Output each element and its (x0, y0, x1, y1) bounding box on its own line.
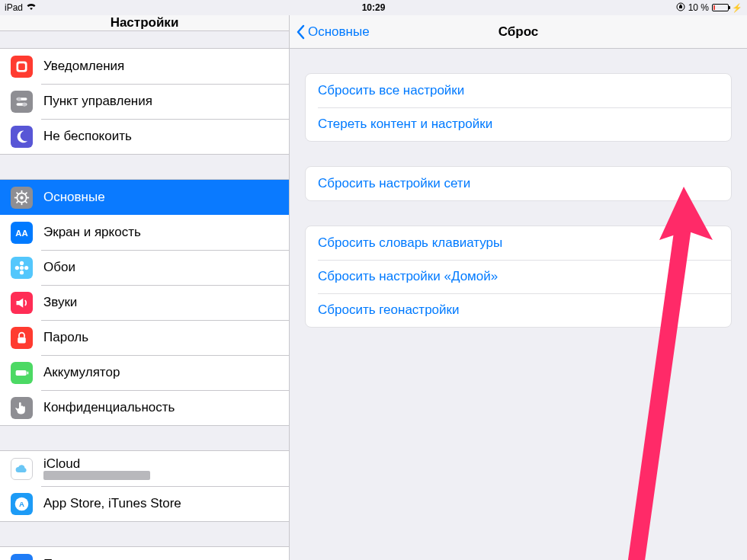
moon-icon (11, 126, 33, 148)
settings-group: Почта, адреса, календари (0, 546, 289, 560)
flower-icon (11, 257, 33, 279)
sidebar-item-wallpaper[interactable]: Обои (0, 250, 289, 285)
orientation-lock-icon (676, 2, 685, 13)
svg-point-20 (20, 270, 24, 274)
chevron-left-icon (296, 24, 305, 40)
settings-group: УведомленияПункт управленияНе беспокоить (0, 48, 289, 155)
battery-icon (11, 362, 33, 384)
detail-title: Сброс (499, 24, 539, 40)
settings-master-title: Настройки (0, 15, 289, 31)
status-right: 10 % ⚡ (676, 2, 742, 13)
reset-option-label: Сбросить настройки сети (318, 176, 731, 191)
sidebar-item-label: iCloud (43, 457, 150, 471)
svg-point-19 (20, 261, 24, 264)
sidebar-item-label: Не беспокоить (43, 129, 289, 144)
sidebar-item-label: Экран и яркость (43, 225, 289, 240)
svg-line-14 (25, 200, 27, 203)
reset-option-label: Сбросить настройки «Домой» (318, 269, 731, 284)
detail-header: Основные Сброс (290, 15, 747, 49)
svg-text:AA: AA (15, 228, 27, 237)
back-label: Основные (308, 24, 370, 40)
svg-point-6 (22, 102, 26, 106)
sidebar-item-label: Звуки (43, 295, 289, 310)
switches-icon (11, 91, 33, 113)
reset-group: Сбросить словарь клавиатурыСбросить наст… (305, 226, 732, 328)
status-bar: iPad 10:29 10 % ⚡ (0, 0, 747, 15)
reset-group: Сбросить все настройкиСтереть контент и … (305, 73, 732, 142)
sidebar-item-label: Уведомления (43, 59, 289, 74)
reset-option-reset-location[interactable]: Сбросить геонастройки (306, 293, 731, 327)
sidebar-item-label: App Store, iTunes Store (43, 496, 289, 511)
battery-percent: 10 % (688, 2, 709, 13)
svg-line-13 (17, 192, 19, 194)
svg-line-15 (17, 200, 19, 203)
hand-icon (11, 397, 33, 419)
svg-text:A: A (19, 500, 24, 508)
sidebar-item-general[interactable]: Основные (0, 180, 289, 215)
sidebar-item-mail[interactable]: Почта, адреса, календари (0, 547, 289, 560)
svg-point-22 (24, 265, 28, 269)
svg-rect-23 (18, 337, 26, 343)
reset-option-label: Стереть контент и настройки (318, 117, 731, 132)
svg-rect-25 (27, 371, 29, 374)
svg-point-5 (17, 97, 21, 101)
reset-option-reset-all[interactable]: Сбросить все настройки (306, 74, 731, 107)
status-time: 10:29 (362, 2, 386, 13)
sidebar-item-display[interactable]: AAЭкран и яркость (0, 215, 289, 250)
lock-icon (11, 327, 33, 349)
reset-option-label: Сбросить все настройки (318, 83, 731, 98)
svg-point-18 (20, 265, 24, 269)
sidebar-item-label: Пункт управления (43, 94, 289, 109)
battery-icon (712, 4, 729, 11)
svg-rect-2 (18, 63, 25, 70)
settings-group: iCloudAApp Store, iTunes Store (0, 450, 289, 522)
reset-option-reset-keyboard[interactable]: Сбросить словарь клавиатуры (306, 226, 731, 260)
reset-option-label: Сбросить геонастройки (318, 302, 731, 318)
sidebar-item-passcode[interactable]: Пароль (0, 320, 289, 355)
aa-icon: AA (11, 222, 33, 244)
settings-group: ОсновныеAAЭкран и яркостьОбоиЗвукиПароль… (0, 179, 289, 426)
reset-option-label: Сбросить словарь клавиатуры (318, 235, 731, 251)
appstore-icon: A (11, 493, 33, 515)
sidebar-item-label: Пароль (43, 330, 289, 345)
sidebar-item-privacy[interactable]: Конфиденциальность (0, 390, 289, 425)
reset-group: Сбросить настройки сети (305, 166, 732, 201)
svg-rect-24 (16, 370, 27, 376)
sidebar-item-dnd[interactable]: Не беспокоить (0, 119, 289, 154)
svg-point-21 (15, 265, 19, 269)
sidebar-item-battery[interactable]: Аккумулятор (0, 355, 289, 390)
back-button[interactable]: Основные (296, 15, 370, 49)
reset-option-reset-network[interactable]: Сбросить настройки сети (306, 167, 731, 200)
wifi-icon (26, 3, 37, 12)
svg-line-16 (25, 192, 27, 194)
sidebar-item-label: Основные (43, 190, 289, 205)
sidebar-item-label: Обои (43, 260, 289, 275)
reset-option-erase-all[interactable]: Стереть контент и настройки (306, 107, 731, 141)
sidebar-item-stores[interactable]: AApp Store, iTunes Store (0, 486, 289, 521)
settings-detail-pane: Основные Сброс Сбросить все настройкиСте… (290, 15, 747, 560)
gear-icon (11, 187, 33, 209)
device-label: iPad (5, 2, 23, 13)
reset-option-reset-home[interactable]: Сбросить настройки «Домой» (306, 260, 731, 293)
sidebar-item-sounds[interactable]: Звуки (0, 285, 289, 320)
svg-point-8 (20, 196, 23, 199)
sidebar-item-label: Аккумулятор (43, 365, 289, 380)
sidebar-item-label: Почта, адреса, календари (43, 557, 289, 560)
sidebar-item-control-center[interactable]: Пункт управления (0, 84, 289, 119)
status-left: iPad (5, 2, 37, 13)
bell-icon (11, 56, 33, 78)
sidebar-item-notifications[interactable]: Уведомления (0, 49, 289, 84)
speaker-icon (11, 292, 33, 314)
settings-master-pane: Настройки УведомленияПункт управленияНе … (0, 15, 290, 560)
sidebar-item-icloud[interactable]: iCloud (0, 451, 289, 486)
mail-icon (11, 554, 33, 561)
charging-icon: ⚡ (732, 3, 742, 13)
cloud-icon (11, 458, 33, 480)
redacted-subtitle (43, 471, 150, 480)
sidebar-item-label: Конфиденциальность (43, 400, 289, 415)
